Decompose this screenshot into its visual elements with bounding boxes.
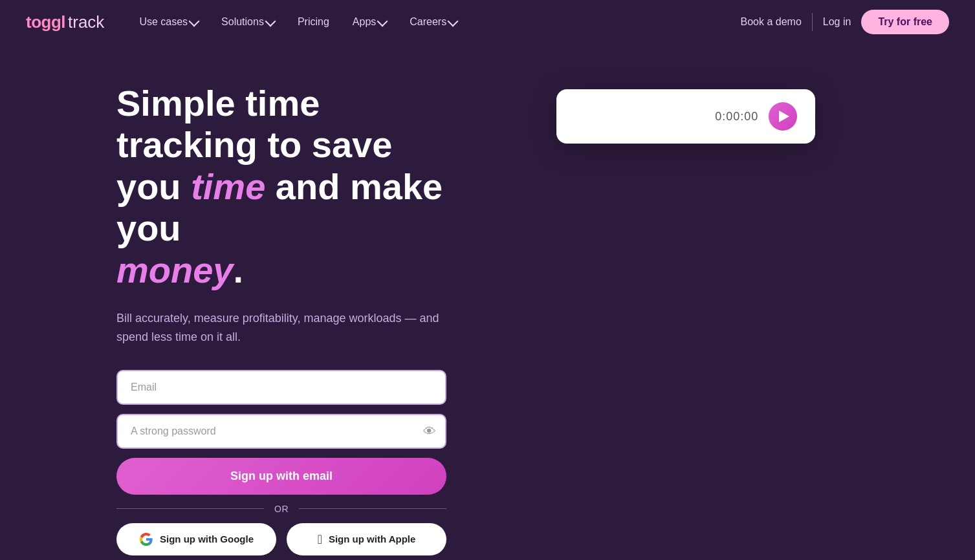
- or-line-right: [299, 508, 446, 509]
- play-icon: [779, 111, 789, 122]
- hero-subtext: Bill accurately, measure profitability, …: [116, 309, 453, 347]
- chevron-down-icon: [448, 16, 459, 27]
- login-link[interactable]: Log in: [823, 16, 851, 28]
- or-divider: OR: [116, 504, 446, 514]
- social-buttons: Sign up with Google  Sign up with Apple: [116, 523, 446, 555]
- chevron-down-icon: [377, 16, 388, 27]
- signup-email-button[interactable]: Sign up with email: [116, 458, 446, 495]
- nav-divider: [812, 13, 813, 31]
- chevron-down-icon: [189, 16, 200, 27]
- timer-widget: 0:00:00: [556, 89, 815, 144]
- logo[interactable]: toggl track: [26, 12, 104, 32]
- book-demo-link[interactable]: Book a demo: [741, 16, 802, 28]
- signup-apple-label: Sign up with Apple: [329, 533, 415, 544]
- email-input[interactable]: [116, 370, 446, 405]
- chevron-down-icon: [265, 16, 276, 27]
- timer-description-input[interactable]: [575, 111, 705, 122]
- nav-item-use-cases[interactable]: Use cases: [130, 11, 207, 33]
- signup-apple-button[interactable]:  Sign up with Apple: [287, 523, 446, 555]
- timer-play-button[interactable]: [769, 102, 797, 131]
- or-line-left: [116, 508, 264, 509]
- nav-item-careers[interactable]: Careers: [400, 11, 466, 33]
- password-input[interactable]: [116, 414, 446, 449]
- navbar: toggl track Use cases Solutions Pricing …: [0, 0, 975, 44]
- logo-toggl: toggl: [26, 12, 65, 32]
- nav-item-apps[interactable]: Apps: [344, 11, 395, 33]
- signup-google-label: Sign up with Google: [160, 533, 254, 544]
- password-toggle-icon[interactable]: 👁: [423, 424, 436, 438]
- hero-section: Simple time tracking to save you time an…: [0, 44, 975, 560]
- hero-left: Simple time tracking to save you time an…: [116, 83, 462, 560]
- nav-item-solutions[interactable]: Solutions: [212, 11, 283, 33]
- heading-money: money: [116, 250, 234, 290]
- signup-google-button[interactable]: Sign up with Google: [116, 523, 276, 555]
- apple-icon: : [318, 533, 322, 546]
- nav-right: Book a demo Log in Try for free: [741, 10, 949, 34]
- google-icon: [139, 532, 153, 546]
- heading-time: time: [191, 166, 265, 207]
- hero-right: 0:00:00: [514, 83, 859, 144]
- or-label: OR: [274, 504, 289, 514]
- logo-track: track: [68, 12, 104, 32]
- nav-links: Use cases Solutions Pricing Apps Careers: [130, 11, 740, 33]
- try-free-button[interactable]: Try for free: [861, 10, 949, 34]
- password-wrapper: 👁: [116, 414, 446, 449]
- nav-item-pricing[interactable]: Pricing: [289, 11, 338, 33]
- hero-heading: Simple time tracking to save you time an…: [116, 83, 462, 291]
- timer-display: 0:00:00: [715, 110, 758, 124]
- signup-form: 👁 Sign up with email OR Sign up with Goo…: [116, 370, 446, 560]
